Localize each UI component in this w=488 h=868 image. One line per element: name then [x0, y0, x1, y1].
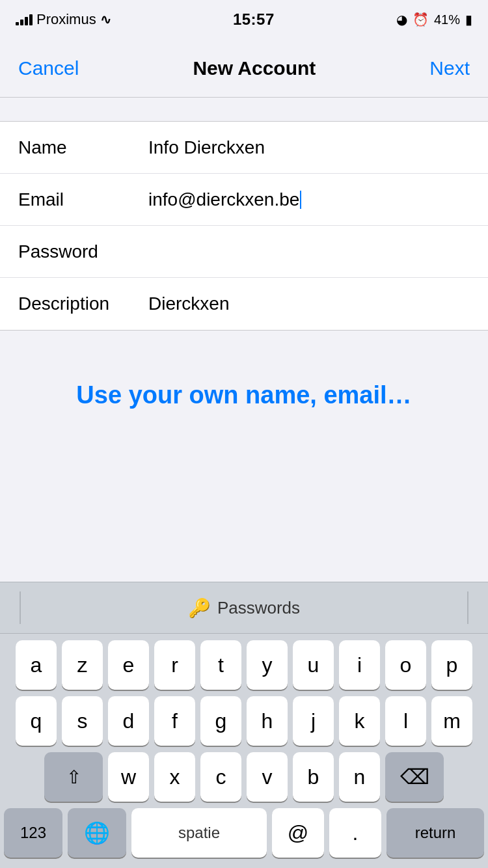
signal-icon: [16, 14, 33, 25]
period-key[interactable]: .: [329, 808, 381, 858]
status-right: ◕ ⏰ 41% ▮: [396, 12, 472, 27]
carrier-name: Proximus: [36, 11, 96, 28]
key-p[interactable]: p: [431, 640, 472, 690]
password-row: Password: [0, 226, 488, 278]
key-f[interactable]: f: [154, 696, 195, 746]
battery-percent: 41%: [434, 12, 460, 27]
email-row: Email info@dierckxen.be: [0, 174, 488, 226]
key-o[interactable]: o: [385, 640, 426, 690]
key-h[interactable]: h: [247, 696, 288, 746]
shift-key[interactable]: ⇧: [44, 752, 103, 802]
wifi-icon: ∿: [100, 12, 111, 27]
key-d[interactable]: d: [108, 696, 149, 746]
delete-key[interactable]: ⌫: [385, 752, 444, 802]
key-s[interactable]: s: [62, 696, 103, 746]
key-i[interactable]: i: [339, 640, 380, 690]
name-row: Name Info Dierckxen: [0, 122, 488, 174]
key-t[interactable]: t: [200, 640, 241, 690]
return-key[interactable]: return: [386, 808, 484, 858]
keyboard-keys: a z e r t y u i o p q s d f g h j k l m …: [0, 634, 488, 868]
key-e[interactable]: e: [108, 640, 149, 690]
status-left: Proximus ∿: [16, 11, 111, 28]
key-c[interactable]: c: [200, 752, 241, 802]
globe-key[interactable]: 🌐: [68, 808, 126, 858]
key-k[interactable]: k: [339, 696, 380, 746]
nav-bar: Cancel New Account Next: [0, 39, 488, 98]
keyboard: 🔑 Passwords a z e r t y u i o p q s d f …: [0, 582, 488, 868]
name-value[interactable]: Info Dierckxen: [148, 137, 470, 158]
key-z[interactable]: z: [62, 640, 103, 690]
location-icon: ◕: [396, 12, 407, 27]
key-j[interactable]: j: [293, 696, 334, 746]
key-b[interactable]: b: [293, 752, 334, 802]
email-label: Email: [18, 189, 148, 210]
at-key[interactable]: @: [272, 808, 324, 858]
description-value[interactable]: Dierckxen: [148, 293, 470, 314]
passwords-label: Passwords: [217, 598, 300, 618]
key-row-3: ⇧ w x c v b n ⌫: [4, 752, 484, 802]
keyboard-toolbar[interactable]: 🔑 Passwords: [0, 582, 488, 634]
key-row-2: q s d f g h j k l m: [4, 696, 484, 746]
key-q[interactable]: q: [16, 696, 57, 746]
info-text: Use your own name, email…: [76, 378, 411, 413]
space-key[interactable]: spatie: [131, 808, 267, 858]
status-bar: Proximus ∿ 15:57 ◕ ⏰ 41% ▮: [0, 0, 488, 39]
key-y[interactable]: y: [247, 640, 288, 690]
alarm-icon: ⏰: [413, 12, 429, 27]
shift-icon: ⇧: [66, 766, 81, 788]
info-area: Use your own name, email…: [0, 331, 488, 461]
key-g[interactable]: g: [200, 696, 241, 746]
key-m[interactable]: m: [431, 696, 472, 746]
key-r[interactable]: r: [154, 640, 195, 690]
description-row: Description Dierckxen: [0, 278, 488, 330]
key-icon: 🔑: [188, 597, 211, 619]
key-u[interactable]: u: [293, 640, 334, 690]
key-row-4: 123 🌐 spatie @ . return: [4, 808, 484, 858]
cancel-button[interactable]: Cancel: [18, 57, 79, 79]
account-form: Name Info Dierckxen Email info@dierckxen…: [0, 121, 488, 331]
text-cursor: [300, 191, 301, 209]
battery-icon: ▮: [465, 12, 472, 27]
key-v[interactable]: v: [247, 752, 288, 802]
next-button[interactable]: Next: [429, 57, 470, 79]
numbers-key[interactable]: 123: [4, 808, 62, 858]
passwords-button[interactable]: 🔑 Passwords: [188, 597, 300, 619]
password-label: Password: [18, 241, 148, 262]
page-title: New Account: [193, 57, 316, 79]
globe-icon: 🌐: [84, 821, 110, 845]
key-a[interactable]: a: [16, 640, 57, 690]
status-time: 15:57: [233, 10, 275, 29]
key-n[interactable]: n: [339, 752, 380, 802]
key-row-1: a z e r t y u i o p: [4, 640, 484, 690]
key-l[interactable]: l: [385, 696, 426, 746]
key-w[interactable]: w: [108, 752, 149, 802]
name-label: Name: [18, 137, 148, 158]
email-value[interactable]: info@dierckxen.be: [148, 189, 470, 210]
description-label: Description: [18, 293, 148, 314]
key-x[interactable]: x: [154, 752, 195, 802]
delete-icon: ⌫: [400, 765, 429, 789]
